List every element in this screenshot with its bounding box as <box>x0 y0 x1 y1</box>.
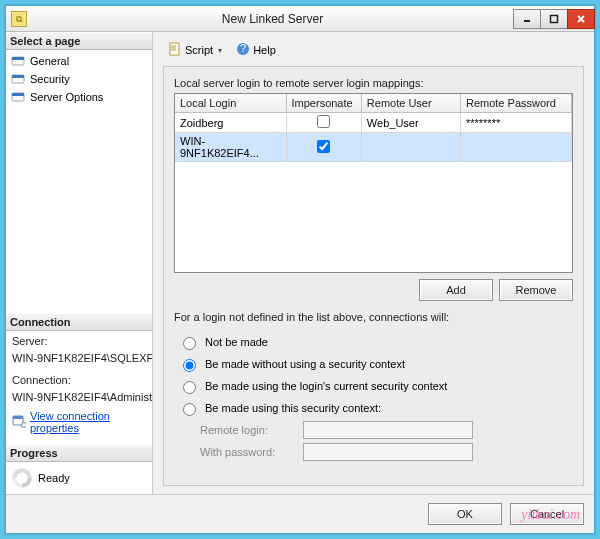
option-this-security-context[interactable]: Be made using this security context: <box>176 397 571 419</box>
server-value: WIN-9NF1K82EIF4\SQLEXPRES <box>6 350 152 367</box>
cell-impersonate[interactable] <box>286 113 361 133</box>
content-pane: Script ▾ ? Help Local server login to re… <box>153 32 594 494</box>
cell-remote-user[interactable]: Web_User <box>361 113 460 133</box>
sidebar: Select a page General Security Server Op… <box>6 32 153 494</box>
page-icon <box>10 53 26 69</box>
option-not-be-made[interactable]: Not be made <box>176 331 571 353</box>
login-mappings-grid[interactable]: Local Login Impersonate Remote User Remo… <box>174 93 573 273</box>
col-remote-password[interactable]: Remote Password <box>460 94 571 113</box>
svg-rect-5 <box>12 57 24 60</box>
radio-label: Be made using this security context: <box>205 402 381 414</box>
radio-this-security[interactable] <box>183 403 196 416</box>
connection-label: Connection: <box>6 372 152 389</box>
cell-impersonate[interactable] <box>286 133 361 162</box>
page-list: General Security Server Options <box>6 50 152 112</box>
remote-login-label: Remote login: <box>200 424 295 436</box>
page-general[interactable]: General <box>6 52 152 70</box>
dropdown-icon: ▾ <box>218 46 222 55</box>
radio-label: Not be made <box>205 336 268 348</box>
script-icon <box>168 42 182 58</box>
script-button[interactable]: Script ▾ <box>163 40 227 60</box>
dialog-window: ⧉ New Linked Server Select a page Genera… <box>5 5 595 534</box>
dialog-footer: OK Cancel <box>6 494 594 533</box>
view-connection-properties-link[interactable]: View connection properties <box>30 410 146 434</box>
page-label: Server Options <box>30 91 103 103</box>
radio-current-security[interactable] <box>183 381 196 394</box>
impersonate-checkbox[interactable] <box>317 140 330 153</box>
svg-rect-9 <box>12 93 24 96</box>
app-icon: ⧉ <box>11 11 27 27</box>
connection-info: Server: WIN-9NF1K82EIF4\SQLEXPRES Connec… <box>6 331 152 444</box>
page-label: Security <box>30 73 70 85</box>
window-buttons <box>513 9 594 29</box>
page-icon <box>10 71 26 87</box>
radio-label: Be made without using a security context <box>205 358 405 370</box>
mappings-caption: Local server login to remote server logi… <box>174 77 573 89</box>
col-remote-user[interactable]: Remote User <box>361 94 460 113</box>
connection-value: WIN-9NF1K82EIF4\Administrator <box>6 389 152 406</box>
option-no-security-context[interactable]: Be made without using a security context <box>176 353 571 375</box>
col-impersonate[interactable]: Impersonate <box>286 94 361 113</box>
dialog-body: Select a page General Security Server Op… <box>6 32 594 494</box>
undefined-login-caption: For a login not defined in the list abov… <box>174 311 573 323</box>
help-button[interactable]: ? Help <box>231 40 281 60</box>
table-row[interactable]: ZoidbergWeb_User******** <box>175 113 572 133</box>
page-server-options[interactable]: Server Options <box>6 88 152 106</box>
undefined-login-options: Not be made Be made without using a secu… <box>174 327 573 467</box>
cell-remote-password[interactable]: ******** <box>460 113 571 133</box>
remove-button[interactable]: Remove <box>499 279 573 301</box>
ok-button[interactable]: OK <box>428 503 502 525</box>
toolbar: Script ▾ ? Help <box>163 38 584 66</box>
page-icon <box>10 89 26 105</box>
impersonate-checkbox[interactable] <box>317 115 330 128</box>
svg-rect-11 <box>13 416 23 419</box>
cell-local-login[interactable]: WIN-9NF1K82EIF4... <box>175 133 286 162</box>
svg-text:?: ? <box>240 42 246 54</box>
connection-props-icon <box>12 414 26 430</box>
svg-point-12 <box>22 423 27 428</box>
security-page: Local server login to remote server logi… <box>163 66 584 486</box>
radio-no-security[interactable] <box>183 359 196 372</box>
script-label: Script <box>185 44 213 56</box>
help-icon: ? <box>236 42 250 58</box>
minimize-button[interactable] <box>513 9 541 29</box>
add-button[interactable]: Add <box>419 279 493 301</box>
svg-rect-1 <box>551 15 558 22</box>
window-title: New Linked Server <box>32 12 513 26</box>
maximize-button[interactable] <box>540 9 568 29</box>
cancel-button[interactable]: Cancel <box>510 503 584 525</box>
page-label: General <box>30 55 69 67</box>
server-label: Server: <box>6 333 152 350</box>
page-security[interactable]: Security <box>6 70 152 88</box>
cell-remote-user[interactable] <box>361 133 460 162</box>
svg-rect-7 <box>12 75 24 78</box>
with-password-label: With password: <box>200 446 295 458</box>
with-password-row: With password: <box>176 441 571 463</box>
select-page-header: Select a page <box>6 32 152 50</box>
remote-login-field <box>303 421 473 439</box>
progress-row: Ready <box>6 462 152 494</box>
cell-remote-password[interactable] <box>460 133 571 162</box>
svg-rect-13 <box>170 43 179 55</box>
close-button[interactable] <box>567 9 595 29</box>
help-label: Help <box>253 44 276 56</box>
radio-not-made[interactable] <box>183 337 196 350</box>
progress-status: Ready <box>38 472 70 484</box>
radio-label: Be made using the login's current securi… <box>205 380 447 392</box>
cell-local-login[interactable]: Zoidberg <box>175 113 286 133</box>
option-current-security-context[interactable]: Be made using the login's current securi… <box>176 375 571 397</box>
progress-spinner-icon <box>12 468 32 488</box>
with-password-field <box>303 443 473 461</box>
title-bar: ⧉ New Linked Server <box>6 6 594 32</box>
col-local-login[interactable]: Local Login <box>175 94 286 113</box>
table-row[interactable]: WIN-9NF1K82EIF4... <box>175 133 572 162</box>
remote-login-row: Remote login: <box>176 419 571 441</box>
connection-header: Connection <box>6 313 152 331</box>
progress-header: Progress <box>6 444 152 462</box>
